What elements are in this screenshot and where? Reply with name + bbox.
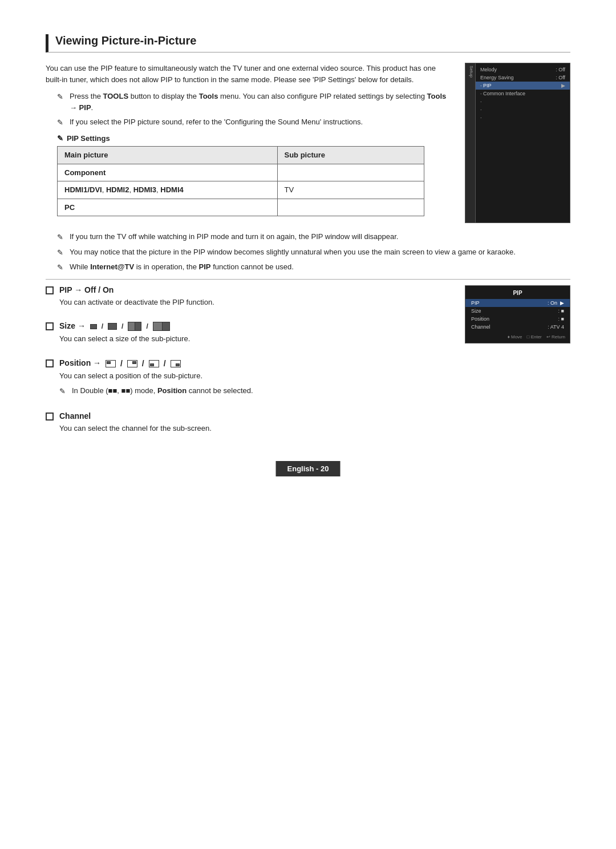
position-icons: / / / bbox=[106, 359, 181, 368]
position-note: ✎ In Double (■■, ■■) mode, Position cann… bbox=[59, 385, 453, 397]
section-divider bbox=[46, 279, 570, 280]
tv-menu-pip-label: · PIP bbox=[480, 83, 492, 88]
pip-table-cell-sub-1 bbox=[277, 164, 424, 181]
pip-table-cell-pc: PC bbox=[58, 199, 278, 216]
pos-box-br bbox=[171, 360, 181, 367]
tv-menu-melody-value: : Off bbox=[556, 67, 565, 72]
channel-desc: You can select the channel for the sub-s… bbox=[59, 423, 453, 434]
tv-menu-common-label: · Common Interface bbox=[480, 91, 525, 96]
tv-menu-item-melody: Melody : Off bbox=[476, 66, 570, 74]
channel-content: Channel You can select the channel for t… bbox=[59, 411, 453, 436]
pip-table: Main picture Sub picture Component HDMI1… bbox=[57, 146, 424, 216]
tv-pip-box: PIP PIP : On ▶ Size : ■ Position : ■ Cha… bbox=[465, 285, 570, 343]
pip-note-1: ✎ If you turn the TV off while watching … bbox=[57, 231, 570, 243]
tv-menu-melody-label: Melody bbox=[480, 67, 497, 72]
tv-pip-footer-move: ♦ Move bbox=[508, 334, 522, 339]
note-1: ✎ Press the TOOLS button to display the … bbox=[57, 91, 453, 113]
table-row: HDMI1/DVI, HDMI2, HDMI3, HDMI4 TV bbox=[58, 181, 424, 199]
pip-tv-menu: PIP PIP : On ▶ Size : ■ Position : ■ Cha… bbox=[465, 285, 570, 343]
pip-note-1-text: If you turn the TV off while watching in… bbox=[70, 231, 398, 242]
pos-sep-3: / bbox=[164, 359, 166, 368]
position-content: Position → / / bbox=[59, 358, 453, 400]
pos-sep-2: / bbox=[142, 359, 144, 368]
pip-note-3-text: While Internet@TV is in operation, the P… bbox=[70, 261, 294, 273]
pip-off-on-desc: You can activate or deactivate the PIP f… bbox=[59, 297, 453, 308]
tv-pip-channel-value: : ATV 4 bbox=[548, 324, 564, 330]
tv-pip-footer-return: ↩ Return bbox=[546, 334, 565, 339]
pip-note-2-text: You may notice that the picture in the P… bbox=[70, 246, 516, 258]
tv-pip-channel-label: Channel bbox=[471, 324, 491, 330]
position-desc: You can select a position of the sub-pic… bbox=[59, 370, 453, 382]
size-sep-3: / bbox=[146, 322, 148, 330]
pip-table-cell-component: Component bbox=[58, 164, 278, 181]
tv-menu-3-label: · bbox=[480, 115, 482, 120]
pip-table-cell-hdmi: HDMI1/DVI, HDMI2, HDMI3, HDMI4 bbox=[58, 181, 278, 199]
size-checkbox bbox=[46, 322, 54, 330]
channel-title: Channel bbox=[59, 411, 453, 421]
pip-note-2: ✎ You may notice that the picture in the… bbox=[57, 246, 570, 258]
pip-note-icon-3: ✎ bbox=[57, 262, 66, 273]
size-title: Size → / / / bbox=[59, 321, 453, 331]
pip-settings-label: ✎ PIP Settings bbox=[57, 133, 453, 144]
tv-menu-energy-label: Energy Saving bbox=[480, 75, 514, 80]
pip-settings-title: PIP Settings bbox=[67, 133, 110, 144]
pip-off-on-title: PIP → Off / On bbox=[59, 285, 453, 294]
tv-pip-row-pip: PIP : On ▶ bbox=[465, 299, 570, 307]
pos-box-bl bbox=[149, 360, 159, 367]
pip-off-on-checkbox bbox=[46, 286, 54, 294]
section-title: Viewing Picture-in-Picture bbox=[46, 34, 570, 52]
pip-settings-icon: ✎ bbox=[57, 133, 63, 144]
intro-text: You can use the PIP feature to simultane… bbox=[46, 63, 453, 223]
note-icon-2: ✎ bbox=[57, 117, 66, 128]
position-note-text: In Double (■■, ■■) mode, Position cannot… bbox=[72, 385, 253, 397]
pip-table-header-sub: Sub picture bbox=[277, 147, 424, 164]
pip-note-icon-2: ✎ bbox=[57, 247, 66, 258]
pos-inner-br bbox=[176, 363, 180, 366]
tv-menu-item-energy: Energy Saving : Off bbox=[476, 74, 570, 82]
tv-menu-energy-value: : Off bbox=[556, 75, 565, 80]
pos-inner-tr bbox=[132, 361, 136, 364]
tv-menu-item-1: · bbox=[476, 98, 570, 106]
size-sep-1: / bbox=[102, 322, 103, 330]
size-box-xlarge-wrapper bbox=[153, 322, 170, 331]
pos-sep-1: / bbox=[120, 359, 123, 368]
tv-pip-position-value: : ■ bbox=[558, 316, 564, 322]
sections-area: PIP → Off / On You can activate or deact… bbox=[46, 285, 570, 448]
note-1-text: Press the TOOLS button to display the To… bbox=[70, 91, 453, 113]
tv-menu-pip-arrow: ▶ bbox=[561, 83, 565, 88]
size-desc: You can select a size of the sub-picture… bbox=[59, 333, 453, 345]
pip-note-3: ✎ While Internet@TV is in operation, the… bbox=[57, 261, 570, 273]
tv-menu-1-label: · bbox=[480, 99, 482, 104]
tv-pip-pip-value: : On ▶ bbox=[548, 300, 564, 306]
tv-menu-setup-screenshot: Setup Melody : Off Energy Saving : Off ·… bbox=[465, 63, 570, 223]
tv-pip-footer: ♦ Move □ Enter ↩ Return bbox=[465, 331, 570, 341]
sections-column: PIP → Off / On You can activate or deact… bbox=[46, 285, 453, 448]
pos-inner-bl bbox=[150, 363, 154, 366]
position-title: Position → / / bbox=[59, 358, 453, 368]
tv-pip-size-value: : ■ bbox=[558, 308, 564, 314]
size-box-medium bbox=[108, 323, 117, 330]
intro-paragraph: You can use the PIP feature to simultane… bbox=[46, 63, 453, 85]
channel-section: Channel You can select the channel for t… bbox=[46, 411, 453, 436]
tv-pip-row-channel: Channel : ATV 4 bbox=[465, 323, 570, 331]
tv-pip-size-label: Size bbox=[471, 308, 481, 314]
footer-badge: English - 20 bbox=[276, 461, 341, 476]
position-note-icon: ✎ bbox=[59, 386, 68, 397]
pos-box-tl bbox=[106, 360, 116, 367]
tv-pip-row-position: Position : ■ bbox=[465, 315, 570, 323]
tv-pip-position-label: Position bbox=[471, 316, 489, 322]
pip-off-on-content: PIP → Off / On You can activate or deact… bbox=[59, 285, 453, 310]
table-row: Component bbox=[58, 164, 424, 181]
note-2-text: If you select the PIP picture sound, ref… bbox=[70, 116, 363, 128]
tv-pip-footer-enter: □ Enter bbox=[527, 334, 542, 339]
size-box-small bbox=[90, 324, 97, 329]
size-box-large-wrapper bbox=[128, 322, 141, 331]
position-section: Position → / / bbox=[46, 358, 453, 400]
tv-pip-row-size: Size : ■ bbox=[465, 307, 570, 315]
pip-note-icon-1: ✎ bbox=[57, 232, 66, 243]
tv-menu-item-common: · Common Interface bbox=[476, 90, 570, 98]
tv-menu-item-3: · bbox=[476, 114, 570, 122]
pos-box-tr bbox=[127, 360, 137, 367]
note-2: ✎ If you select the PIP picture sound, r… bbox=[57, 116, 453, 128]
pip-table-cell-sub-2: TV bbox=[277, 181, 424, 199]
